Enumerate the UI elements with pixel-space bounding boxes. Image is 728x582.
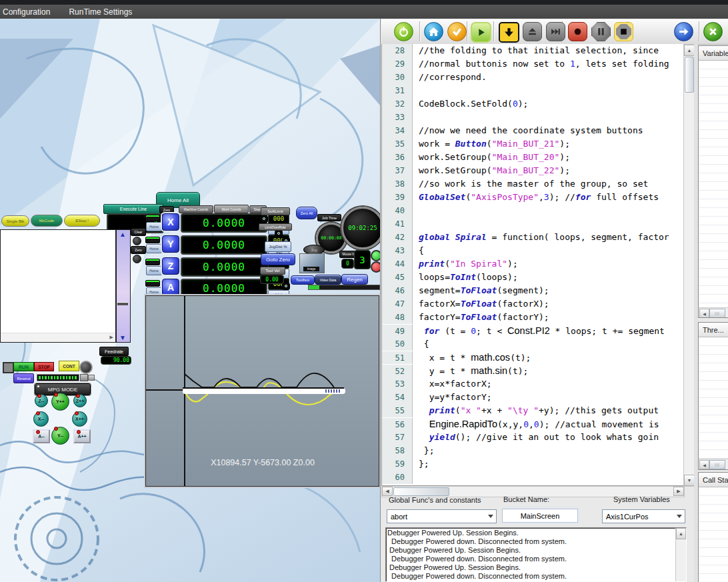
code-line: 28//the folding to that initial selectio…	[382, 44, 684, 57]
override-knob[interactable]	[79, 361, 93, 374]
skip-to-end-icon[interactable]	[546, 22, 565, 41]
jog-Aminusminus-button[interactable]: A--	[33, 429, 50, 443]
scroll-left-icon[interactable]: ◀	[699, 309, 709, 318]
code-line: 57 yield(); //give it an out to look wha…	[382, 431, 684, 444]
axis-x-button[interactable]: X	[162, 213, 179, 231]
pause-icon[interactable]	[591, 22, 611, 41]
window-top-strip	[0, 0, 728, 5]
axis-y-home-button[interactable]: Home	[146, 244, 162, 253]
scroll-left-icon[interactable]: ◀	[382, 487, 393, 496]
mouse-input-display: 0	[341, 259, 354, 269]
tab-machine-coords[interactable]: Machine Coords	[179, 205, 213, 213]
single-block-button[interactable]: Single Blk	[1, 215, 29, 227]
jog-Aplusplus-button[interactable]: A++	[73, 429, 91, 443]
gcode-scroll-thumb[interactable]	[117, 302, 128, 305]
jog-Xplusplus-button[interactable]: X++	[72, 411, 87, 427]
gcode-hscrollbar[interactable]: ▶	[1, 333, 115, 342]
scroll-down-icon: ▼	[119, 334, 126, 341]
estop-button[interactable]: EStop !	[64, 215, 100, 227]
menu-runtime-settings[interactable]: RunTime Settings	[59, 7, 141, 17]
axis-z-home-button[interactable]: Home	[146, 266, 162, 275]
rewind-button[interactable]: Rewind	[13, 373, 34, 383]
line-number: 37	[382, 164, 413, 177]
feed-override-slider[interactable]	[37, 374, 79, 381]
system-variables-combobox[interactable]: Axis1CurPos	[602, 509, 685, 523]
limit-override-label: LimitOverRide	[259, 223, 292, 231]
zero-axes-button[interactable]: Zero	[159, 206, 174, 213]
power-icon[interactable]	[394, 22, 413, 41]
mccode-button[interactable]: McCode	[31, 215, 63, 227]
log-line: Debugger Powered down. Disconnected from…	[387, 555, 685, 563]
clear-indicator-knob[interactable]	[133, 237, 141, 245]
debugger-toolbar	[381, 19, 728, 45]
stop-button[interactable]: STOP	[34, 362, 54, 371]
scroll-left-icon[interactable]: ◀	[699, 460, 709, 469]
slider-step-button[interactable]	[80, 374, 88, 381]
zero-all-button[interactable]: Zero All	[296, 207, 317, 219]
jog-Yminusminus-button[interactable]: Y--	[51, 427, 69, 445]
tab-work-coords[interactable]: Work Coords	[214, 205, 249, 213]
scroll-down-icon[interactable]: ▼	[684, 475, 695, 486]
tool-vel-label: Tool Vel	[260, 267, 285, 275]
code-line: 58 };	[382, 444, 684, 457]
line-number: 60	[382, 471, 413, 484]
zero-indicator-knob[interactable]	[133, 255, 141, 263]
jog-distance-button[interactable]: JogDist %	[265, 241, 291, 252]
clear-micro-button[interactable]: Clear	[131, 228, 146, 236]
axis-a-button[interactable]: A	[162, 279, 179, 296]
scroll-up-icon[interactable]: ▲	[684, 45, 695, 56]
camera-thumbnail[interactable]: Image	[299, 253, 325, 273]
editor-hscroll-thumb[interactable]	[393, 487, 449, 496]
bucket-name-field[interactable]: MainScreen	[502, 509, 578, 523]
script-editor[interactable]: 28//the folding to that initial selectio…	[381, 44, 685, 486]
run-play-icon[interactable]	[471, 22, 491, 43]
run-button[interactable]: RUN	[13, 362, 34, 371]
threads-hscrollbar[interactable]: ◀|||	[699, 459, 728, 469]
jog-Xminusminus-button[interactable]: X--	[33, 411, 49, 427]
line-number: 31	[382, 84, 413, 97]
axis-z-button[interactable]: Z	[162, 257, 179, 275]
record-icon[interactable]	[568, 22, 587, 41]
toolbox-button[interactable]: Toolbox	[291, 275, 315, 285]
close-icon[interactable]	[703, 22, 723, 41]
scroll-right-icon[interactable]: ▶	[673, 487, 684, 496]
callstack-panel: Call Stack	[698, 472, 728, 582]
slider-step-button-2[interactable]	[88, 375, 95, 381]
zero-micro-button[interactable]: Zero	[131, 246, 146, 254]
limit-override-led-4	[282, 283, 290, 290]
arrow-right-icon[interactable]	[674, 22, 693, 41]
menu-configuration[interactable]: Configuration	[0, 7, 59, 17]
editor-vscroll-thumb[interactable]	[685, 57, 694, 93]
regen-button[interactable]: Regen	[341, 274, 368, 285]
code-line: 54 y=y*factorY;	[382, 391, 684, 404]
gcode-vscrollbar[interactable]: ▲ ▼	[116, 229, 131, 343]
cont-button[interactable]: CONT	[59, 361, 79, 371]
eject-icon[interactable]	[523, 22, 542, 41]
scroll-up-icon[interactable]: ▲	[676, 528, 686, 539]
code-line: 47factorX=ToFloat(factorX);	[382, 297, 684, 311]
axis-x-home-button[interactable]: Home	[146, 222, 162, 231]
globals-combobox[interactable]: abort	[387, 509, 497, 523]
step-down-icon[interactable]	[499, 22, 519, 43]
callstack-header[interactable]: Call Stack	[699, 473, 728, 487]
variables-hscrollbar[interactable]: ◀|||	[699, 307, 728, 318]
stop-icon[interactable]	[614, 22, 633, 41]
log-vscrollbar[interactable]: ▲	[675, 528, 686, 581]
code-line: 35work = Button("Main_BUT_21");	[382, 137, 684, 151]
line-number: 44	[382, 257, 413, 271]
toolpath-display[interactable]: X10894.57 Y-5673.00 Z0.00	[145, 295, 379, 487]
jog-Zplusplus-button[interactable]: Z++	[73, 394, 87, 407]
variables-header[interactable]: Variable	[699, 46, 728, 61]
toolbar-separator	[493, 21, 494, 41]
threads-header[interactable]: Thre...	[699, 323, 728, 337]
goto-zero-button[interactable]: Goto Zero	[261, 253, 295, 265]
jog-Zminusminus-button[interactable]: Z--	[35, 394, 48, 407]
axis-y-button[interactable]: Y	[162, 235, 179, 253]
jog-indicator-icon	[75, 411, 79, 415]
jog-Yplusplus-button[interactable]: Y++	[51, 393, 69, 411]
video-data-button[interactable]: Video Data	[315, 275, 341, 285]
check-icon[interactable]	[447, 22, 467, 41]
gcode-list-panel[interactable]: ▶	[0, 229, 116, 343]
home-icon[interactable]	[424, 22, 443, 41]
code-line: 46segment=ToFloat(segment);	[382, 284, 684, 297]
